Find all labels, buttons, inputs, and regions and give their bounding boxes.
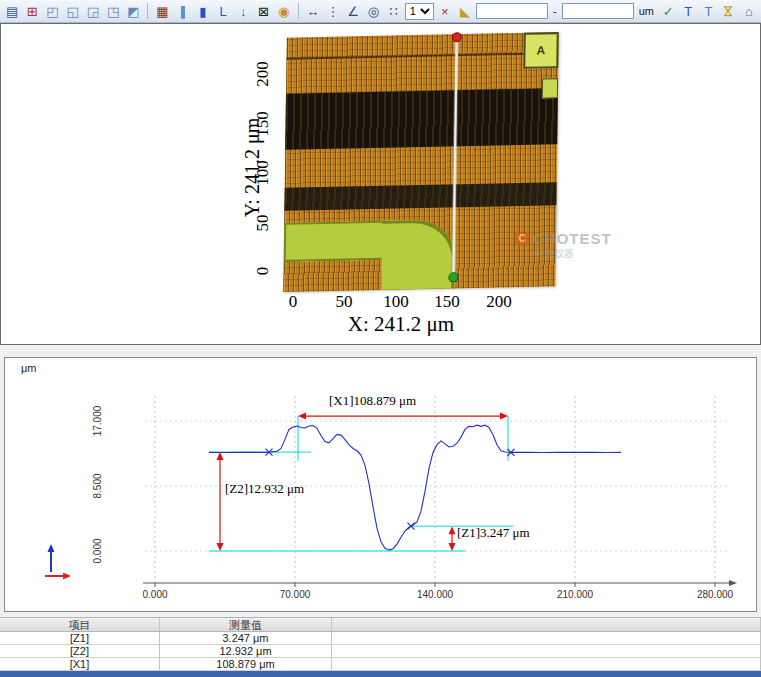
x-tick-label: 0 [273, 292, 313, 312]
item-cell: [Z2] [0, 645, 160, 658]
y-tick-label: 50 [253, 206, 273, 240]
apply-check-icon[interactable]: ✓ [659, 2, 677, 20]
arrowhead [217, 543, 224, 551]
measurement-label: [X1]108.879 μm [329, 393, 416, 408]
cube-iso-view-icon[interactable]: ◩ [124, 2, 142, 20]
range-min-input[interactable] [476, 3, 548, 19]
table-row[interactable]: [Z1]3.247 μm [0, 632, 761, 645]
watermark-subtitle: 中国仪器 [534, 247, 645, 261]
surface-chip-structure: A [523, 32, 559, 68]
toolbar: ▤⊞◰◱◲◳◩▦∥▮L↓⊠◉↔⋮∠◎∷1×◣-um✓TT⋈⌂ [0, 0, 761, 23]
watermark-brand: CHOTEST [533, 230, 612, 247]
measurement-label: [Z1]3.247 μm [457, 525, 530, 540]
value-cell: 108.879 μm [160, 658, 332, 671]
toolbar-separator [298, 3, 299, 19]
range-separator-label: - [550, 5, 560, 17]
x-tick-label: 280.000 [697, 589, 734, 600]
x-tick-label: 140.000 [417, 589, 454, 600]
arrowhead [63, 573, 71, 580]
arrowhead [449, 526, 456, 534]
profile-bars-icon[interactable]: ∥ [174, 2, 192, 20]
arrowhead [217, 452, 224, 460]
table-header-cell [332, 618, 761, 632]
save-icon[interactable]: ▤ [3, 2, 21, 20]
x-tick-label: 150 [427, 292, 467, 312]
table-row[interactable]: [X1]108.879 μm [0, 658, 761, 671]
text-note-icon[interactable]: T [699, 2, 717, 20]
profile-chart-canvas[interactable]: 0.00070.000140.000210.000280.0000.0008.5… [5, 358, 754, 611]
watermark-logo-icon: C [515, 232, 529, 246]
x-tick-label: 0.000 [142, 589, 167, 600]
y-tick-label: 8.500 [92, 473, 103, 498]
y-tick-label: 17.000 [92, 405, 103, 436]
calibration-ruler-icon[interactable]: ◣ [456, 2, 474, 20]
y-tick-label: 0 [253, 254, 273, 288]
measurement-table: 项目测量值[Z1]3.247 μm[Z2]12.932 μm[X1]108.87… [0, 617, 761, 671]
watermark: C CHOTEST 中国仪器 [515, 230, 645, 261]
x-axis-arrow [729, 580, 737, 586]
arrow-down-icon[interactable]: ↓ [234, 2, 252, 20]
angle-measure-icon[interactable]: ∠ [344, 2, 362, 20]
x-axis-title: X: 241.2 μm [296, 312, 506, 337]
table-header-row: 项目测量值 [0, 618, 761, 632]
item-cell: [Z1] [0, 632, 160, 645]
profile-count-select[interactable]: 1 [405, 3, 434, 20]
surface-green-trace-elbow [381, 220, 455, 290]
y-tick-label: 100 [253, 156, 273, 190]
tile-windows-icon[interactable]: ⊞ [23, 2, 41, 20]
item-cell: [X1] [0, 658, 160, 671]
value-cell: 3.247 μm [160, 632, 332, 645]
cube-front-view-icon[interactable]: ◱ [64, 2, 82, 20]
surface-chip-structure-small [542, 78, 559, 99]
x-tick-label: 100 [376, 292, 416, 312]
arrowhead [500, 413, 508, 420]
x-tick-label: 70.000 [280, 589, 311, 600]
circle-measure-icon[interactable]: ◎ [364, 2, 382, 20]
x-tick-label: 200 [479, 292, 519, 312]
arrowhead [48, 544, 55, 552]
y-tick-label: 200 [253, 57, 273, 91]
arrowhead [298, 413, 306, 420]
unit-label: um [636, 5, 657, 17]
texture-grid-icon[interactable]: ▦ [153, 2, 171, 20]
delete-measurement-icon[interactable]: × [436, 2, 454, 20]
view3d-panel: A Y: 241.2 μm 200150100500 050100150200 … [0, 23, 761, 345]
stage-clamp-icon[interactable]: ⌂ [740, 2, 758, 20]
surface-dark-line [286, 52, 558, 60]
point-to-point-measure-icon[interactable]: ↔ [304, 2, 322, 20]
value-cell: 12.932 μm [160, 645, 332, 658]
text-annotation-icon[interactable]: T [679, 2, 697, 20]
table-header-cell: 测量值 [160, 618, 332, 632]
range-max-input[interactable] [562, 3, 634, 19]
slope-correction-icon[interactable]: ⊠ [254, 2, 272, 20]
profile-section-line[interactable] [452, 38, 457, 276]
bottom-strip [0, 671, 761, 677]
x-tick-label: 210.000 [557, 589, 594, 600]
grid-points-icon[interactable]: ∷ [384, 2, 402, 20]
table-header-cell: 项目 [0, 618, 160, 632]
section-line-start-handle[interactable] [451, 32, 461, 42]
cube-top-view-icon[interactable]: ◰ [43, 2, 61, 20]
y-tick-label: 150 [253, 107, 273, 141]
cube-right-view-icon[interactable]: ◳ [104, 2, 122, 20]
vertical-distance-icon[interactable]: ⋮ [324, 2, 342, 20]
surface-dark-band-2 [284, 182, 556, 211]
x-tick-label: 50 [324, 292, 364, 312]
empty-cell [332, 658, 761, 671]
toolbar-separator [147, 3, 148, 19]
step-height-icon[interactable]: L [214, 2, 232, 20]
empty-cell [332, 632, 761, 645]
table-row[interactable]: [Z2]12.932 μm [0, 645, 761, 658]
profile-chart-panel: μm 0.00070.000140.000210.000280.0000.000… [4, 357, 757, 612]
layer-view-icon[interactable]: ▮ [194, 2, 212, 20]
measurement-label: [Z2]12.932 μm [225, 481, 304, 496]
section-line-end-handle[interactable] [448, 272, 458, 282]
empty-cell [332, 645, 761, 658]
arrowhead [449, 543, 456, 551]
surface-dark-band-1 [285, 88, 558, 150]
y-tick-label: 0.000 [92, 538, 103, 563]
hourglass-icon[interactable]: ⋈ [720, 2, 738, 20]
cube-left-view-icon[interactable]: ◲ [84, 2, 102, 20]
render-sphere-icon[interactable]: ◉ [275, 2, 293, 20]
